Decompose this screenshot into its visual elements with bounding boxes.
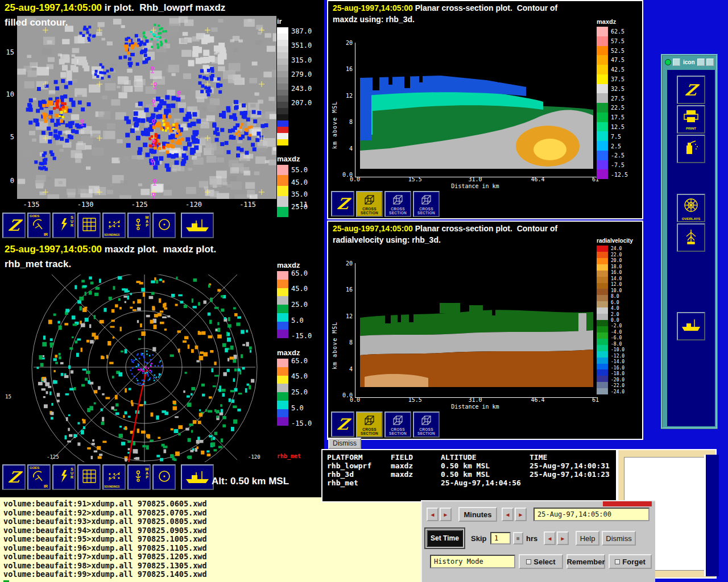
- goes-ir-button[interactable]: GOESIR: [27, 213, 51, 238]
- station-button[interactable]: [152, 464, 176, 490]
- ctrl-dismiss-button[interactable]: Dismiss: [602, 531, 636, 546]
- colorbar-tick-label: -6.0: [611, 335, 622, 340]
- surface-icon: [59, 217, 70, 234]
- step-forward-button[interactable]: ►: [440, 508, 452, 521]
- colorbar-segment: [597, 141, 608, 151]
- radar-ppi-plot[interactable]: 15 -125 -120: [2, 275, 265, 464]
- goes-ir-button[interactable]: GOESIR: [27, 464, 51, 490]
- maximize-button[interactable]: [706, 59, 714, 66]
- remember-button[interactable]: Remember: [566, 554, 605, 569]
- colorbar-ticks: 55.045.035.025.0: [288, 165, 318, 217]
- cross-section-button-1[interactable]: CROSSSECTION: [356, 411, 383, 438]
- minimize-button[interactable]: [697, 59, 705, 66]
- cross-section-button-1[interactable]: CROSSSECTION: [356, 191, 383, 217]
- colorbar-tick-label: -10.0: [611, 347, 624, 352]
- colorbar-segment: [597, 369, 608, 376]
- colorbar-segment: [597, 55, 608, 65]
- cross-section-button-2[interactable]: CROSSSECTION: [384, 191, 411, 217]
- axis-tick-label: -125: [131, 201, 148, 209]
- select-button[interactable]: Select: [519, 554, 563, 569]
- colorbar-bar: [277, 165, 288, 217]
- icon-antenna-button[interactable]: [677, 223, 705, 252]
- soundings-button[interactable]: SOUNDINGS: [102, 213, 126, 238]
- colorbar-ticks: 62.557.552.547.542.537.532.527.522.517.5…: [608, 27, 638, 179]
- icon-print-button[interactable]: PRINT: [677, 105, 705, 134]
- timestamp: 25-aug-1997,14:05:00: [5, 2, 102, 13]
- zeb-logo-button[interactable]: Z: [331, 411, 354, 437]
- colorbar-segment: [277, 384, 288, 392]
- step-back-button-2[interactable]: ◄: [502, 508, 514, 521]
- zeb-logo-button[interactable]: Z: [2, 213, 26, 238]
- minutes-button[interactable]: Minutes: [458, 507, 497, 522]
- forget-button[interactable]: Forget: [609, 554, 652, 569]
- cross-section-button-3[interactable]: CROSSSECTION: [413, 191, 440, 217]
- surface-button[interactable]: SUR: [52, 464, 76, 490]
- partial-hidden-button[interactable]: [603, 501, 652, 506]
- xterm-window[interactable]: volume:beaufait:91>xdump.all 970825.0605…: [0, 497, 421, 582]
- icon-overlays-button[interactable]: OVERLAYS: [677, 194, 705, 222]
- zeb-logo-button[interactable]: Z: [331, 191, 354, 217]
- cross-label: CROSS: [391, 427, 405, 431]
- xsec-radialvelocity-plot[interactable]: [355, 263, 596, 398]
- icon-zeb-button[interactable]: Z: [677, 76, 705, 104]
- units-menu-button[interactable]: ≡: [513, 532, 523, 544]
- colorbar-segment: [277, 322, 288, 330]
- cross-section-button-2[interactable]: CROSSSECTION: [384, 411, 411, 438]
- help-button[interactable]: Help: [576, 531, 599, 546]
- terminal-output: volume:beaufait:91>xdump.all 970825.0605…: [3, 500, 417, 579]
- xsec-maxdz-plot[interactable]: [355, 43, 596, 177]
- map-button[interactable]: MAP: [127, 213, 151, 238]
- terminal-line: volume:beaufait:99>xdump.all 970825.1405…: [3, 570, 417, 579]
- colorbar-segment: [597, 388, 608, 394]
- colorbar-tick-label: -7.5: [611, 162, 624, 168]
- xsec1-colorbar: maxdz62.557.552.547.542.537.532.527.522.…: [597, 18, 638, 179]
- surface-button[interactable]: SUR: [52, 213, 76, 238]
- colorbar-segment: [597, 84, 608, 94]
- cross-section-button-3[interactable]: CROSSSECTION: [413, 411, 440, 438]
- ship-button[interactable]: [181, 213, 214, 238]
- goes-label: GOES: [30, 466, 39, 469]
- icon-spray-button[interactable]: [677, 135, 705, 163]
- xsec2-header: 25-aug-1997,14:05:00 Planar cross-sectio…: [333, 224, 557, 233]
- colorbar-segment: [597, 113, 608, 122]
- table-header: FIELD: [391, 453, 441, 462]
- table-dismiss-button[interactable]: Dismiss: [328, 438, 361, 449]
- set-time-button[interactable]: Set Time: [427, 530, 463, 547]
- table-cell: rhb_met: [327, 479, 391, 487]
- grid-icon: [81, 217, 97, 235]
- window-button[interactable]: [673, 59, 680, 66]
- colorbar-segment: [277, 175, 288, 185]
- skip-back-button[interactable]: ◄: [544, 531, 556, 545]
- colorbar-tick-label: 351.0: [291, 41, 312, 49]
- select-icon: [526, 559, 531, 564]
- ir-satellite-plot[interactable]: [17, 16, 276, 201]
- grid-button[interactable]: [77, 213, 101, 238]
- step-back-button[interactable]: ◄: [427, 508, 439, 521]
- time-field[interactable]: 25-Aug-97,14:05:00: [533, 508, 650, 521]
- icon-ship-button[interactable]: [677, 312, 705, 340]
- skip-value-field[interactable]: 1: [490, 532, 511, 544]
- skip-forward-button[interactable]: ►: [557, 531, 569, 545]
- history-mode-field[interactable]: History Mode: [430, 555, 515, 568]
- map-button[interactable]: MAP: [127, 464, 151, 490]
- axis-tick-label: 15: [6, 48, 14, 56]
- step-forward-button-2[interactable]: ►: [515, 508, 527, 521]
- ship-button[interactable]: [181, 464, 214, 490]
- icon-window-titlebar[interactable]: icon: [664, 57, 715, 67]
- colorbar-tick-label: -14.0: [611, 359, 624, 364]
- station-button[interactable]: [152, 213, 176, 238]
- overlays-icon: [682, 196, 700, 217]
- window-menu-dot[interactable]: [665, 59, 671, 65]
- colorbar-segment: [597, 277, 608, 283]
- grid-button[interactable]: [77, 464, 101, 490]
- colorbar-tick-label: -22.0: [611, 383, 624, 388]
- panel-title: ir plot. Rhb_lowprf maxdz: [102, 2, 225, 13]
- colorbar-segment: [597, 283, 608, 289]
- colorbar-segment: [277, 196, 288, 206]
- colorbar-body: 65.045.025.05.0-15.0: [277, 271, 318, 338]
- colorbar-tick-label: -12.0: [611, 353, 624, 358]
- soundings-button[interactable]: SOUNDINGS: [102, 464, 126, 490]
- grid-label: 15: [5, 394, 11, 400]
- zeb-logo-button[interactable]: Z: [2, 464, 26, 490]
- surface-icon: [59, 469, 70, 486]
